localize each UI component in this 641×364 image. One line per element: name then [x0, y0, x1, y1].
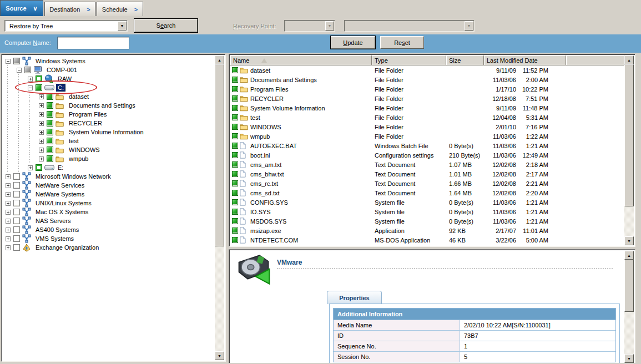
expand-icon[interactable]	[6, 183, 11, 188]
expand-icon[interactable]	[28, 77, 33, 82]
tree-item[interactable]: Documents and Settings	[3, 101, 214, 110]
tree-checkbox[interactable]	[13, 182, 20, 189]
tree-item[interactable]: Windows Systems	[3, 57, 214, 65]
tree-item[interactable]: Exchange Organization	[3, 243, 214, 252]
tree-checkbox[interactable]	[47, 120, 53, 127]
tree-item[interactable]: UNIX/Linux Systems	[3, 199, 214, 208]
tree-item[interactable]: System Volume Information	[3, 128, 214, 136]
column-header-name[interactable]: Name	[230, 55, 372, 65]
file-checkbox[interactable]	[232, 228, 238, 234]
expand-icon[interactable]	[39, 112, 44, 117]
file-checkbox[interactable]	[232, 190, 238, 196]
tree-scrollbar[interactable]: ▲ ▼	[215, 55, 224, 360]
tree-checkbox[interactable]	[47, 138, 53, 144]
tree-item[interactable]: RAW	[3, 74, 214, 83]
table-row[interactable]: CONFIG.SYSSystem file0 Byte(s)11/03/061:…	[230, 198, 624, 207]
computer-name-input[interactable]	[58, 37, 129, 49]
table-row[interactable]: MSDOS.SYSSystem file0 Byte(s)11/03/061:2…	[230, 216, 624, 226]
tree-item[interactable]: NetWare Systems	[3, 190, 214, 199]
scroll-up-icon[interactable]: ▲	[624, 55, 634, 64]
scrollbar-thumb[interactable]	[215, 64, 224, 246]
table-row[interactable]: IO.SYSSystem file0 Byte(s)11/03/061:21 A…	[230, 207, 624, 216]
expand-icon[interactable]	[39, 139, 44, 144]
table-row[interactable]: RECYCLERFile Folder12/18/087:51 PM	[230, 94, 624, 103]
tree-item[interactable]: WINDOWS	[3, 145, 214, 154]
file-list-scrollbar[interactable]: ▲ ▼	[624, 55, 634, 245]
dropdown-arrow-icon[interactable]: ▼	[118, 21, 127, 31]
tree-checkbox[interactable]	[47, 102, 53, 109]
table-row[interactable]: testFile Folder12/04/085:31 AM	[230, 113, 624, 122]
expand-icon[interactable]	[28, 165, 33, 170]
table-row[interactable]: cms_am.txtText Document1.07 MB12/02/082:…	[230, 160, 624, 169]
expand-icon[interactable]	[6, 236, 11, 241]
file-checkbox[interactable]	[232, 105, 238, 111]
scroll-down-icon[interactable]: ▼	[624, 354, 634, 363]
table-row[interactable]: System Volume InformationFile Folder9/11…	[230, 103, 624, 113]
tree-item[interactable]: VMS Systems	[3, 234, 214, 243]
file-checkbox[interactable]	[232, 209, 238, 215]
expand-icon[interactable]	[6, 210, 11, 215]
scroll-down-icon[interactable]: ▼	[215, 351, 224, 360]
tree-checkbox[interactable]	[13, 173, 20, 180]
table-row[interactable]: msizap.exeApplication92 KB2/17/0711:01 A…	[230, 226, 624, 235]
tree-item[interactable]: test	[3, 136, 214, 145]
tree-checkbox[interactable]	[13, 191, 20, 198]
column-header-blank[interactable]	[566, 55, 624, 65]
file-checkbox[interactable]	[232, 67, 238, 73]
table-row[interactable]: cms_sd.txtText Document1.64 MB12/02/082:…	[230, 188, 624, 198]
tree-checkbox[interactable]	[13, 226, 20, 233]
expand-icon[interactable]	[39, 156, 44, 161]
file-checkbox[interactable]	[232, 152, 238, 158]
expand-icon[interactable]	[6, 174, 11, 179]
tree-item[interactable]: Microsoft Windows Network	[3, 172, 214, 181]
tree-checkbox[interactable]	[36, 84, 42, 91]
tree-item[interactable]: dataset	[3, 92, 214, 101]
file-checkbox[interactable]	[232, 218, 238, 224]
tree-checkbox[interactable]	[13, 58, 20, 64]
column-header-type[interactable]: Type	[372, 55, 446, 65]
tree-checkbox[interactable]	[13, 235, 20, 242]
expand-icon[interactable]	[6, 192, 11, 197]
expand-icon[interactable]	[39, 103, 44, 108]
scrollbar-thumb[interactable]	[624, 64, 634, 206]
collapse-icon[interactable]	[17, 68, 22, 73]
table-row[interactable]: WINDOWSFile Folder2/01/107:16 PM	[230, 122, 624, 132]
tree-checkbox[interactable]	[47, 155, 53, 162]
expand-icon[interactable]	[6, 219, 11, 224]
table-row[interactable]: cms_bhw.txtText Document1.01 MB12/02/082…	[230, 169, 624, 179]
update-button[interactable]: Update	[331, 36, 375, 49]
tree-item[interactable]: Program Files	[3, 110, 214, 119]
tree-item[interactable]: Mac OS X Systems	[3, 208, 214, 216]
tree-item[interactable]: E:	[3, 163, 214, 172]
table-row[interactable]: cms_rc.txtText Document1.66 MB12/02/082:…	[230, 179, 624, 188]
file-checkbox[interactable]	[232, 161, 238, 168]
properties-scrollbar[interactable]: ▲ ▼	[624, 251, 634, 363]
tree-checkbox[interactable]	[47, 93, 53, 100]
expand-icon[interactable]	[39, 94, 44, 99]
column-header-date[interactable]: Last Modified Date	[484, 55, 566, 65]
tree-checkbox[interactable]	[36, 75, 42, 82]
tree-item[interactable]: AS400 Systems	[3, 225, 214, 234]
tree-checkbox[interactable]	[13, 209, 20, 215]
scrollbar-thumb[interactable]	[624, 260, 634, 312]
tree-checkbox[interactable]	[47, 129, 53, 135]
file-checkbox[interactable]	[232, 199, 238, 205]
file-checkbox[interactable]	[232, 171, 238, 177]
file-checkbox[interactable]	[232, 114, 238, 120]
file-checkbox[interactable]	[232, 77, 238, 83]
tab-schedule[interactable]: Schedule >	[97, 2, 143, 16]
collapse-icon[interactable]	[6, 59, 11, 64]
table-row[interactable]: NTDETECT.COMMS-DOS Application46 KB3/22/…	[230, 235, 624, 245]
tree-item[interactable]: NAS Servers	[3, 216, 214, 225]
tree-item[interactable]: C:	[3, 83, 214, 92]
tree-checkbox[interactable]	[13, 200, 20, 206]
tab-destination[interactable]: Destination >	[44, 2, 95, 16]
tree-checkbox[interactable]	[47, 111, 53, 118]
file-checkbox[interactable]	[232, 180, 238, 186]
table-row[interactable]: wmpubFile Folder11/03/061:22 AM	[230, 132, 624, 141]
tab-properties[interactable]: Properties	[327, 291, 382, 304]
tree-checkbox[interactable]	[13, 244, 20, 251]
file-checkbox[interactable]	[232, 95, 238, 102]
collapse-icon[interactable]	[28, 85, 33, 90]
file-checkbox[interactable]	[232, 86, 238, 92]
